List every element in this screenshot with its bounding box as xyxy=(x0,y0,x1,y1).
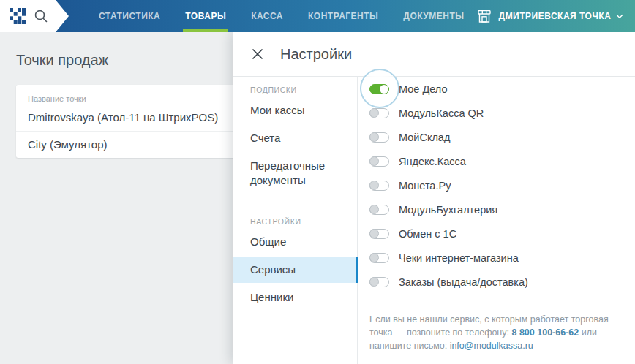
service-toggle[interactable] xyxy=(369,181,389,191)
service-label: Заказы (выдача/доставка) xyxy=(399,276,528,288)
toggle-knob xyxy=(369,205,379,214)
nav-tab-counterparties[interactable]: КОНТРАГЕНТЫ xyxy=(296,0,391,32)
navbar-right-cluster: ДМИТРИЕВСКАЯ ТОЧКА xyxy=(477,9,635,23)
nav-tab-products[interactable]: ТОВАРЫ xyxy=(173,0,238,32)
service-label: Чеки интернет-магазина xyxy=(399,252,519,264)
service-row: МодульБухгалтерия xyxy=(369,197,630,221)
settings-panel: Настройки ПОДПИСКИ Мои кассы Счета Перед… xyxy=(233,32,635,364)
toggle-knob xyxy=(369,277,379,287)
store-selector[interactable]: ДМИТРИЕВСКАЯ ТОЧКА xyxy=(477,10,624,23)
settings-sidebar: ПОДПИСКИ Мои кассы Счета Передаточные до… xyxy=(233,77,358,364)
service-toggle[interactable] xyxy=(369,132,389,143)
nav-tab-documents[interactable]: ДОКУМЕНТЫ xyxy=(391,0,476,32)
logo-plate xyxy=(0,0,69,32)
toggle-knob xyxy=(380,85,388,94)
nav-tab-cashdesk[interactable]: КАССА xyxy=(238,0,296,32)
service-toggle[interactable] xyxy=(369,156,389,167)
service-label: Обмен с 1С xyxy=(399,228,456,240)
service-label: Яндекс.Касса xyxy=(399,156,466,167)
settings-panel-header: Настройки xyxy=(233,32,635,77)
services-help-note: Если вы не нашли сервис, с которым работ… xyxy=(369,303,630,352)
settings-panel-body: ПОДПИСКИ Мои кассы Счета Передаточные до… xyxy=(233,77,635,364)
close-icon[interactable] xyxy=(249,46,266,62)
service-label: МодульКасса QR xyxy=(399,107,484,119)
service-row: МодульКасса QR xyxy=(369,101,630,125)
toggle-knob xyxy=(369,156,379,166)
service-row: Яндекс.Касса xyxy=(369,149,630,173)
chevron-down-icon xyxy=(616,14,623,19)
toggle-knob xyxy=(369,108,379,118)
services-toggle-list: Моё Дело МодульКасса QR МойСклад Яндекс.… xyxy=(358,77,635,364)
sidebar-item-invoices[interactable]: Счета xyxy=(233,125,357,151)
support-phone-link[interactable]: 8 800 100-66-62 xyxy=(511,327,579,338)
sidebar-item-my-cashdesks[interactable]: Мои кассы xyxy=(233,97,357,124)
sidebar-group-subscriptions: ПОДПИСКИ xyxy=(233,86,357,94)
service-row: Чеки интернет-магазина xyxy=(369,246,630,270)
toggle-knob xyxy=(369,253,379,262)
service-toggle[interactable] xyxy=(369,229,389,239)
sidebar-item-services[interactable]: Сервисы xyxy=(233,257,357,283)
service-row: Моё Дело xyxy=(369,77,630,101)
toggle-knob xyxy=(369,181,379,190)
main-menu: СТАТИСТИКА ТОВАРЫ КАССА КОНТРАГЕНТЫ ДОКУ… xyxy=(86,0,477,32)
service-label: МойСклад xyxy=(399,132,450,143)
toggle-knob xyxy=(369,229,379,238)
service-label: МодульБухгалтерия xyxy=(399,204,497,216)
sidebar-group-settings: НАСТРОЙКИ xyxy=(233,217,357,226)
sidebar-item-general[interactable]: Общие xyxy=(233,229,357,255)
service-row: Заказы (выдача/доставка) xyxy=(369,270,630,294)
nav-tab-statistics[interactable]: СТАТИСТИКА xyxy=(86,0,173,32)
top-navbar: СТАТИСТИКА ТОВАРЫ КАССА КОНТРАГЕНТЫ ДОКУ… xyxy=(0,0,635,32)
sidebar-item-price-tags[interactable]: Ценники xyxy=(233,284,357,311)
service-label: Моё Дело xyxy=(399,83,448,95)
search-icon[interactable] xyxy=(33,8,49,24)
support-email-link[interactable]: info@modulkassa.ru xyxy=(450,341,533,351)
current-store-label: ДМИТРИЕВСКАЯ ТОЧКА xyxy=(499,11,612,21)
sidebar-item-transfer-documents[interactable]: Передаточные документы xyxy=(233,153,357,194)
toggle-knob xyxy=(369,132,379,142)
service-label: Монета.Ру xyxy=(399,180,451,192)
service-toggle[interactable] xyxy=(369,277,389,287)
service-row: Монета.Ру xyxy=(369,173,630,197)
service-toggle[interactable] xyxy=(369,108,389,118)
settings-title: Настройки xyxy=(280,46,352,63)
service-toggle[interactable] xyxy=(369,253,389,263)
service-row: Обмен с 1С xyxy=(369,221,630,246)
service-toggle[interactable] xyxy=(369,84,389,94)
service-toggle[interactable] xyxy=(369,205,389,215)
store-icon xyxy=(477,10,492,23)
service-row: МойСклад xyxy=(369,125,630,149)
modulkassa-logo-icon xyxy=(10,8,26,24)
